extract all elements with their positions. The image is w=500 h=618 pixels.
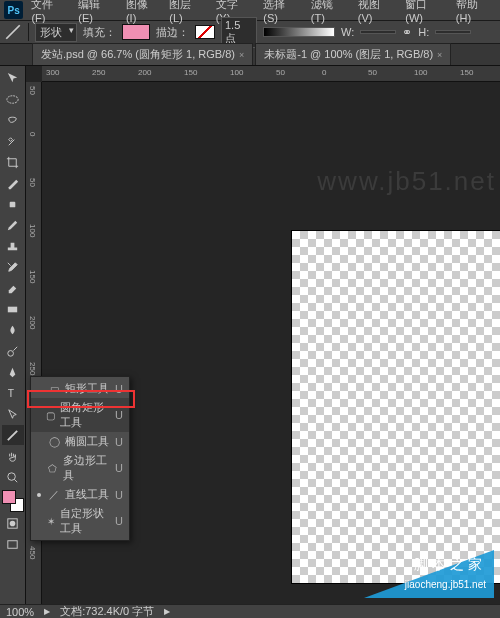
line-tool-icon: [4, 23, 22, 41]
path-select-tool[interactable]: [2, 404, 24, 424]
svg-rect-2: [10, 201, 16, 207]
screenmode-toggle[interactable]: [2, 534, 24, 554]
menu-help[interactable]: 帮助(H): [452, 0, 496, 26]
svg-point-4: [8, 350, 14, 356]
menu-select[interactable]: 选择(S): [259, 0, 303, 26]
status-bar: 100% ▶ 文档:732.4K/0 字节 ▶: [0, 604, 500, 618]
canvas[interactable]: [292, 231, 500, 583]
close-icon[interactable]: ×: [437, 50, 442, 60]
shape-tool[interactable]: [2, 425, 24, 445]
document-tabs: 发站.psd @ 66.7% (圆角矩形 1, RGB/8)× 未标题-1 @ …: [0, 44, 500, 66]
width-field[interactable]: [360, 30, 396, 34]
ellipse-icon: ◯: [47, 436, 61, 447]
separator: [28, 23, 29, 41]
ruler-horizontal[interactable]: 300 250 200 150 100 50 0 50 100 150 200: [42, 66, 500, 82]
fg-color[interactable]: [2, 490, 16, 504]
height-field[interactable]: [435, 30, 471, 34]
heal-tool[interactable]: [2, 194, 24, 214]
stroke-swatch[interactable]: [195, 25, 215, 39]
blur-tool[interactable]: [2, 320, 24, 340]
width-label: W:: [341, 26, 354, 38]
line-icon: ／: [47, 488, 61, 502]
toolbox: T: [0, 66, 26, 604]
stroke-label: 描边：: [156, 25, 189, 40]
fill-label: 填充：: [83, 25, 116, 40]
svg-line-0: [6, 25, 20, 39]
svg-point-1: [7, 95, 18, 103]
tab-document-1[interactable]: 发站.psd @ 66.7% (圆角矩形 1, RGB/8)×: [32, 43, 253, 65]
stamp-tool[interactable]: [2, 236, 24, 256]
marquee-tool[interactable]: [2, 89, 24, 109]
eyedropper-tool[interactable]: [2, 173, 24, 193]
type-tool[interactable]: T: [2, 383, 24, 403]
flyout-rounded-rect[interactable]: ▢圆角矩形工具U: [31, 398, 129, 432]
eraser-tool[interactable]: [2, 278, 24, 298]
history-brush-tool[interactable]: [2, 257, 24, 277]
shape-mode-dropdown[interactable]: 形状: [35, 23, 77, 42]
menu-layer[interactable]: 图层(L): [165, 0, 207, 26]
wand-tool[interactable]: [2, 131, 24, 151]
zoom-tool[interactable]: [2, 467, 24, 487]
menu-edit[interactable]: 编辑(E): [74, 0, 118, 26]
rounded-rect-icon: ▢: [46, 410, 57, 421]
tab-document-2[interactable]: 未标题-1 @ 100% (图层 1, RGB/8)×: [255, 43, 451, 65]
svg-rect-3: [8, 306, 17, 312]
menu-view[interactable]: 视图(V): [354, 0, 398, 26]
svg-point-9: [10, 520, 16, 526]
pen-tool[interactable]: [2, 362, 24, 382]
svg-point-7: [8, 472, 16, 480]
svg-text:T: T: [8, 388, 15, 399]
close-icon[interactable]: ×: [239, 50, 244, 60]
menu-image[interactable]: 图像(I): [122, 0, 161, 26]
flyout-rect[interactable]: ▭矩形工具U: [31, 379, 129, 398]
flyout-line[interactable]: ／直线工具U: [31, 485, 129, 504]
quickmask-toggle[interactable]: [2, 513, 24, 533]
gradient-tool[interactable]: [2, 299, 24, 319]
lasso-tool[interactable]: [2, 110, 24, 130]
hand-tool[interactable]: [2, 446, 24, 466]
doc-info[interactable]: 文档:732.4K/0 字节: [60, 604, 154, 618]
flyout-ellipse[interactable]: ◯椭圆工具U: [31, 432, 129, 451]
custom-shape-icon: ✶: [46, 516, 57, 527]
svg-rect-10: [8, 540, 17, 548]
menu-window[interactable]: 窗口(W): [401, 0, 448, 26]
zoom-level[interactable]: 100%: [6, 606, 34, 618]
link-icon[interactable]: ⚭: [402, 25, 412, 39]
app-logo: Ps: [4, 1, 23, 19]
menu-filter[interactable]: 滤镜(T): [307, 0, 350, 26]
watermark-dim: www.jb51.net: [317, 166, 496, 197]
fill-swatch[interactable]: [122, 24, 150, 40]
stroke-style-dropdown[interactable]: [263, 27, 335, 37]
polygon-icon: ⬠: [46, 463, 58, 474]
zoom-menu-icon[interactable]: ▶: [44, 607, 50, 616]
doc-menu-icon[interactable]: ▶: [164, 607, 170, 616]
svg-line-6: [8, 430, 17, 439]
active-dot-icon: [37, 493, 41, 497]
move-tool[interactable]: [2, 68, 24, 88]
height-label: H:: [418, 26, 429, 38]
dodge-tool[interactable]: [2, 341, 24, 361]
flyout-custom-shape[interactable]: ✶自定形状工具U: [31, 504, 129, 538]
flyout-polygon[interactable]: ⬠多边形工具U: [31, 451, 129, 485]
shape-tool-flyout: ▭矩形工具U ▢圆角矩形工具U ◯椭圆工具U ⬠多边形工具U ／直线工具U ✶自…: [30, 376, 130, 541]
color-swatches[interactable]: [2, 490, 24, 512]
rect-icon: ▭: [47, 383, 61, 394]
crop-tool[interactable]: [2, 152, 24, 172]
brush-tool[interactable]: [2, 215, 24, 235]
